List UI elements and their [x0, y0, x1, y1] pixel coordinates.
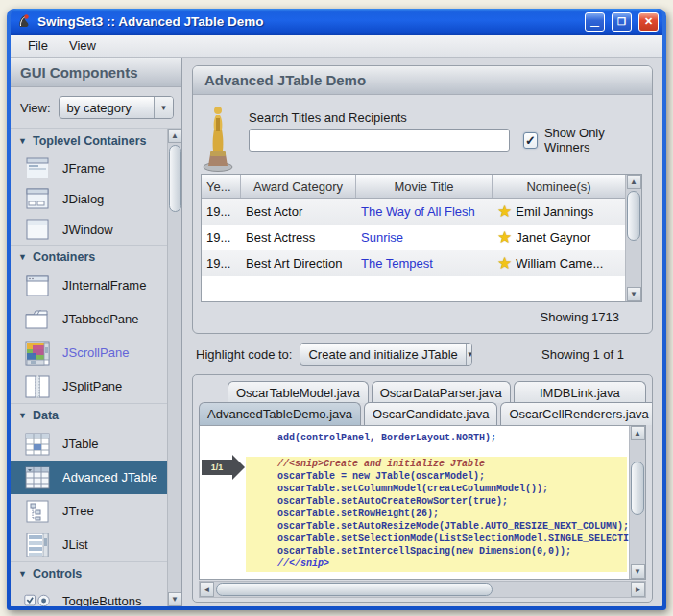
jsplitpane-icon	[24, 374, 51, 399]
scroll-up-icon[interactable]: ▲	[168, 129, 182, 143]
menu-view[interactable]: View	[60, 36, 106, 56]
sidebar-item-jinternalframe[interactable]: JInternalFrame	[11, 269, 167, 302]
title-bar[interactable]: SwingSet3 :: Advanced JTable Demo — ❐ ✕	[11, 9, 662, 35]
scroll-down-icon[interactable]: ▼	[631, 564, 645, 579]
jinternalframe-icon	[24, 273, 51, 298]
collapse-triangle-icon: ▼	[18, 252, 27, 262]
view-combobox[interactable]: by category ▼	[59, 96, 174, 119]
column-header-nominees[interactable]: Nominee(s)	[493, 175, 625, 198]
chevron-down-icon: ▼	[154, 97, 173, 118]
sidebar-item-togglebuttons[interactable]: ToggleButtons	[11, 585, 167, 606]
show-only-winners-checkbox[interactable]: ✓	[523, 132, 538, 149]
app-icon	[16, 13, 33, 30]
highlight-code-label: Highlight code to:	[196, 347, 292, 362]
sidebar-item-jlist[interactable]: JList	[11, 528, 167, 561]
column-header-award-category[interactable]: Award Category	[241, 175, 356, 198]
scroll-right-icon[interactable]: ►	[631, 582, 645, 597]
chevron-down-icon: ▼	[466, 344, 473, 365]
check-icon: ✓	[525, 133, 536, 148]
table-row[interactable]: 19... Best Art Direction The Tempest ★ W…	[202, 250, 625, 276]
collapse-triangle-icon: ▼	[18, 569, 27, 579]
demo-panel: Advanced JTable Demo	[192, 65, 653, 334]
table-scrollbar-thumb[interactable]	[627, 191, 640, 241]
snippet-marker-arrow: 1/1	[202, 455, 246, 480]
togglebuttons-icon	[24, 592, 51, 606]
code-scrollbar-thumb[interactable]	[631, 462, 644, 515]
minimize-button[interactable]: —	[585, 12, 605, 32]
table-row[interactable]: 19... Best Actress Sunrise ★ Janet Gayno…	[202, 225, 625, 250]
jdialog-icon	[24, 187, 51, 210]
tab-advancedtabledemo[interactable]: AdvancedTableDemo.java	[199, 402, 361, 425]
advanced-jtable-icon	[24, 465, 51, 490]
menu-bar: File View	[11, 35, 662, 58]
maximize-button[interactable]: ❐	[612, 12, 632, 32]
jwindow-icon	[24, 218, 51, 241]
sidebar-item-advanced-jtable[interactable]: Advanced JTable	[11, 461, 167, 494]
code-hscrollbar-thumb[interactable]	[216, 583, 493, 596]
movie-title-link[interactable]: The Way of All Flesh	[356, 204, 493, 219]
sidebar-item-jtabbedpane[interactable]: JTabbedPane	[11, 302, 167, 336]
jtable-icon	[24, 432, 51, 457]
table-row[interactable]: 19... Best Actor The Way of All Flesh ★ …	[202, 199, 625, 225]
search-input[interactable]	[249, 129, 510, 152]
snippet-marker-label: 1/1	[202, 460, 232, 475]
tab-imdblink[interactable]: IMDBLink.java	[514, 381, 646, 403]
scroll-up-icon[interactable]: ▲	[627, 175, 641, 189]
menu-file[interactable]: File	[18, 36, 58, 56]
scroll-left-icon[interactable]: ◄	[200, 582, 214, 597]
section-containers[interactable]: ▼ Containers	[11, 245, 167, 269]
window-body: File View GUI Components View: by catego…	[11, 35, 662, 606]
section-toplevel-containers[interactable]: ▼ Toplevel Containers	[11, 129, 167, 153]
code-tabs-bottom-row: AdvancedTableDemo.java OscarCandidate.ja…	[199, 402, 646, 425]
tab-oscarcandidate[interactable]: OscarCandidate.java	[364, 402, 497, 425]
snippet-count-label: Showing 1 of 1	[541, 347, 649, 362]
sidebar-item-jframe[interactable]: JFrame	[11, 153, 167, 183]
section-data[interactable]: ▼ Data	[11, 403, 167, 427]
jframe-icon	[24, 156, 51, 179]
show-only-winners-label: Show Only Winners	[544, 126, 638, 154]
code-scrollbar-vertical: ▲ ▼	[629, 426, 645, 579]
jtabbedpane-icon	[24, 307, 51, 332]
sidebar-item-jtree[interactable]: JTree	[11, 494, 167, 528]
scroll-down-icon[interactable]: ▼	[627, 287, 641, 301]
tab-oscartablemodel[interactable]: OscarTableModel.java	[228, 381, 369, 403]
sidebar-item-jwindow[interactable]: JWindow	[11, 214, 167, 245]
scroll-up-icon[interactable]: ▲	[631, 426, 645, 440]
section-controls[interactable]: ▼ Controls	[11, 561, 167, 585]
show-only-winners-control[interactable]: ✓ Show Only Winners	[523, 126, 642, 154]
close-button[interactable]: ✕	[638, 12, 659, 32]
sidebar-scrollbar-thumb[interactable]	[169, 145, 181, 212]
code-viewport: add(controlPanel, BorderLayout.NORTH); /…	[200, 426, 629, 579]
code-scrollbar-horizontal: ◄ ►	[199, 581, 646, 598]
tab-oscarcellrenderers[interactable]: OscarCellRenderers.java	[500, 402, 653, 425]
demo-title: Advanced JTable Demo	[193, 66, 652, 95]
highlight-code-combobox[interactable]: Create and initialize JTable ▼	[300, 343, 472, 366]
sidebar-item-jscrollpane[interactable]: JScrollPane	[11, 336, 167, 369]
window-title: SwingSet3 :: Advanced JTable Demo	[37, 14, 578, 29]
jlist-icon	[24, 532, 51, 558]
table-header-row: Ye... Award Category Movie Title Nominee…	[202, 175, 625, 199]
component-list: ▼ Toplevel Containers JFrame JDialog	[11, 129, 181, 606]
sidebar-item-jdialog[interactable]: JDialog	[11, 183, 167, 214]
movie-title-link[interactable]: The Tempest	[356, 256, 493, 271]
code-editor: add(controlPanel, BorderLayout.NORTH); /…	[199, 425, 646, 580]
column-header-year[interactable]: Ye...	[202, 175, 241, 198]
view-label: View:	[20, 101, 51, 115]
winner-star-icon: ★	[497, 229, 512, 246]
winner-star-icon: ★	[497, 255, 512, 272]
table-scrollbar: ▲ ▼	[625, 175, 641, 301]
sidebar-item-jtable[interactable]: JTable	[11, 427, 167, 461]
app-window: SwingSet3 :: Advanced JTable Demo — ❐ ✕ …	[7, 9, 666, 610]
winner-star-icon: ★	[497, 203, 512, 220]
scroll-down-icon[interactable]: ▼	[168, 592, 182, 606]
jtree-icon	[24, 499, 51, 524]
sidebar-item-jsplitpane[interactable]: JSplitPane	[11, 369, 167, 403]
code-tabs-top-row: OscarTableModel.java OscarDataParser.jav…	[199, 381, 646, 403]
movie-title-link[interactable]: Sunrise	[356, 230, 493, 245]
highlight-code-row: Highlight code to: Create and initialize…	[192, 334, 653, 374]
jscrollpane-icon	[24, 340, 51, 367]
search-label: Search Titles and Recipients	[249, 110, 510, 125]
tab-oscardataparser[interactable]: OscarDataParser.java	[372, 381, 511, 403]
oscar-statue-icon	[201, 101, 235, 172]
column-header-movie-title[interactable]: Movie Title	[356, 175, 493, 198]
